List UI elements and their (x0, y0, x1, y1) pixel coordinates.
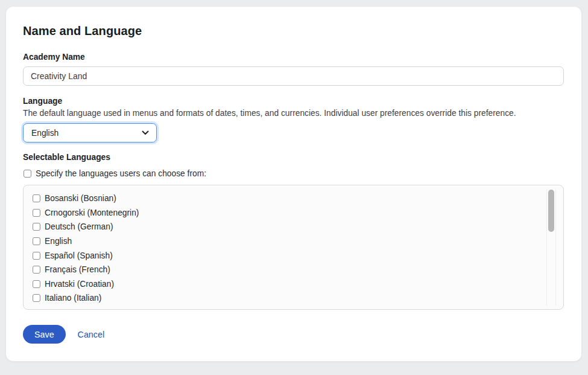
language-select[interactable]: English (23, 123, 157, 143)
specify-languages-row: Specify the languages users can choose f… (23, 169, 564, 178)
form-actions: Save Cancel (23, 325, 564, 344)
specify-languages-label: Specify the languages users can choose f… (36, 169, 206, 178)
language-select-value: English (31, 129, 58, 138)
language-option-checkbox[interactable] (33, 252, 40, 260)
list-item: Crnogorski (Montenegrin) (33, 206, 563, 220)
specify-languages-checkbox[interactable] (24, 170, 31, 178)
language-label: Language (23, 97, 564, 106)
language-option-label: Hrvatski (Croatian) (45, 280, 114, 289)
settings-card: Name and Language Academy Name Language … (6, 7, 581, 361)
language-option-checkbox[interactable] (33, 280, 40, 288)
language-option-label: Bosanski (Bosnian) (45, 194, 116, 203)
scrollbar-thumb[interactable] (548, 190, 554, 232)
scrollbar-track-line (555, 189, 556, 306)
page-title: Name and Language (23, 24, 564, 38)
language-option-label: Deutsch (German) (45, 222, 113, 231)
chevron-down-icon (142, 130, 149, 135)
language-option-label: Italiano (Italian) (45, 293, 101, 303)
academy-name-input[interactable] (23, 66, 564, 86)
language-option-label: Français (French) (45, 265, 110, 274)
language-option-checkbox[interactable] (33, 237, 40, 245)
language-option-label: English (45, 237, 72, 246)
list-item: Italiano (Italian) (33, 291, 563, 306)
list-item: Français (French) (33, 263, 563, 277)
language-description: The default language used in menus and f… (23, 108, 564, 118)
list-item: English (33, 234, 563, 249)
language-listbox[interactable]: Bosanski (Bosnian) Crnogorski (Montenegr… (23, 185, 564, 310)
language-option-checkbox[interactable] (33, 223, 40, 231)
language-option-label: Crnogorski (Montenegrin) (45, 208, 139, 217)
selectable-languages-label: Selectable Languages (23, 153, 564, 162)
language-option-checkbox[interactable] (33, 209, 40, 217)
list-item: Bosanski (Bosnian) (33, 191, 563, 206)
language-option-label: Español (Spanish) (45, 251, 113, 260)
scrollbar-track-line (546, 189, 547, 306)
cancel-link[interactable]: Cancel (78, 330, 105, 339)
list-item: Español (Spanish) (33, 248, 563, 263)
academy-name-label: Academy Name (23, 53, 564, 62)
list-item: Deutsch (German) (33, 220, 563, 234)
language-option-checkbox[interactable] (33, 266, 40, 274)
language-option-checkbox[interactable] (33, 294, 40, 302)
save-button[interactable]: Save (23, 325, 66, 344)
list-item: Hrvatski (Croatian) (33, 277, 563, 292)
language-option-checkbox[interactable] (33, 194, 40, 202)
